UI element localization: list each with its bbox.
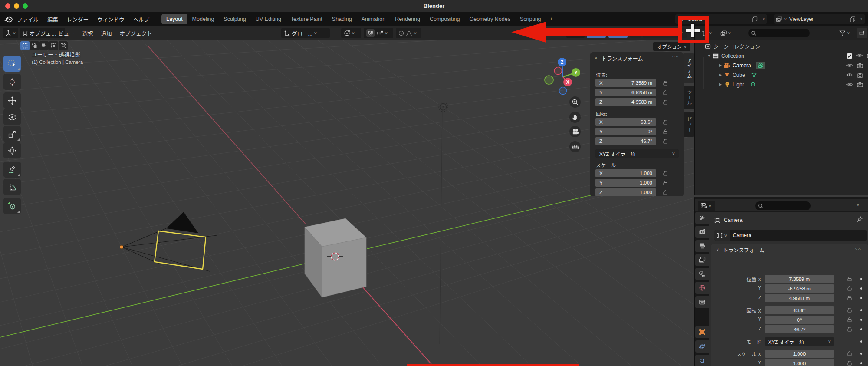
transform-panel-title[interactable]: トランスフォーム: [723, 246, 764, 254]
tool-measure-button[interactable]: [3, 179, 21, 195]
select-mode-invert[interactable]: [49, 41, 58, 50]
viewport-menu-3[interactable]: オブジェクト: [116, 29, 156, 37]
zoom-view-button[interactable]: [569, 96, 581, 108]
rotation-mode-dropdown[interactable]: XYZ オイラー角∨: [595, 149, 679, 158]
lock-icon[interactable]: [662, 138, 668, 144]
pivot-point-selector[interactable]: ∨: [341, 28, 361, 38]
panel-title[interactable]: トランスフォーム: [602, 55, 643, 62]
animate-dot-icon[interactable]: [860, 353, 862, 355]
editor-type-button[interactable]: ∨: [3, 28, 18, 38]
snap-controls[interactable]: ∨: [364, 28, 393, 38]
breadcrumb-object[interactable]: Camera: [724, 217, 743, 223]
tool-annotate-button[interactable]: [3, 162, 21, 178]
properties-tab-scene[interactable]: [695, 268, 709, 280]
transform-orientation-selector[interactable]: グロー... ∨: [281, 28, 330, 38]
viewlayer-name[interactable]: ViewLayer: [787, 16, 848, 22]
menu-4[interactable]: ヘルプ: [129, 15, 154, 25]
lock-icon[interactable]: [846, 295, 852, 301]
disclosure-icon[interactable]: ▶: [718, 82, 723, 86]
properties-tab-constraints[interactable]: [695, 355, 709, 366]
disclosure-icon[interactable]: ▼: [707, 54, 712, 58]
panel-grip-icon[interactable]: ⁙⁙: [854, 247, 861, 251]
animate-dot-icon[interactable]: [860, 340, 862, 343]
workspace-tab-compositing[interactable]: Compositing: [425, 14, 464, 24]
snap-toggle[interactable]: [366, 29, 375, 37]
properties-tab-object[interactable]: [695, 326, 709, 338]
lock-icon[interactable]: [662, 99, 668, 105]
menu-2[interactable]: レンダー: [62, 15, 93, 25]
camera-data-icon[interactable]: [756, 62, 765, 69]
workspace-tab-animation[interactable]: Animation: [357, 14, 391, 24]
new-collection-button[interactable]: [857, 28, 867, 38]
select-mode-extend[interactable]: [30, 41, 39, 50]
prop-value-field[interactable]: 1.000: [765, 350, 834, 358]
sidebar-scale-z[interactable]: Z1.000: [595, 188, 656, 196]
animate-dot-icon[interactable]: [860, 362, 862, 364]
light-data-icon[interactable]: [748, 81, 758, 89]
tool-rotate-button[interactable]: [3, 109, 21, 125]
lock-icon[interactable]: [846, 307, 852, 313]
prop-value-field[interactable]: 0°: [765, 316, 834, 324]
toggle-ortho-button[interactable]: [569, 141, 581, 152]
tool-scale-button[interactable]: [3, 126, 21, 142]
lock-icon[interactable]: [846, 285, 852, 291]
panel-grip-icon[interactable]: ⁙⁙: [672, 55, 679, 59]
disclosure-icon[interactable]: ▶: [718, 63, 723, 67]
prop-value-field[interactable]: -6.9258 m: [765, 284, 834, 293]
animate-dot-icon[interactable]: [860, 297, 862, 299]
lock-icon[interactable]: [846, 360, 852, 366]
navigation-gizmo[interactable]: Z Y X: [540, 53, 588, 101]
lock-icon[interactable]: [662, 180, 668, 186]
select-mode-intersect[interactable]: [59, 41, 68, 50]
properties-options-icon[interactable]: ∨: [856, 203, 860, 207]
zoom-window-button[interactable]: [23, 3, 28, 9]
select-mode-subtract[interactable]: [39, 41, 49, 50]
tool-transform-button[interactable]: [3, 142, 21, 158]
mesh-data-icon[interactable]: [750, 71, 759, 79]
animate-dot-icon[interactable]: [860, 319, 862, 321]
pin-icon[interactable]: [857, 216, 863, 222]
animate-dot-icon[interactable]: [860, 278, 862, 280]
sidebar-rotation-x[interactable]: X63.6°: [595, 118, 656, 126]
disclosure-icon[interactable]: ▶: [718, 73, 723, 77]
workspace-tab-layout[interactable]: Layout: [161, 14, 187, 24]
lock-icon[interactable]: [662, 189, 668, 195]
lock-icon[interactable]: [662, 170, 668, 176]
sidebar-tab-tool[interactable]: ツール: [684, 86, 694, 109]
outliner-row-collection[interactable]: ▼Collection: [695, 51, 868, 60]
hide-viewport-icon[interactable]: [846, 73, 853, 78]
lock-icon[interactable]: [846, 317, 852, 323]
blender-logo-icon[interactable]: [4, 16, 13, 23]
lock-icon[interactable]: [846, 326, 852, 332]
lock-icon[interactable]: [662, 89, 668, 96]
disable-render-icon[interactable]: [857, 82, 863, 87]
object-name-field[interactable]: ∨ Camera: [714, 230, 867, 241]
select-mode-new[interactable]: [20, 41, 30, 50]
lock-icon[interactable]: [846, 350, 852, 356]
menu-1[interactable]: 編集: [43, 15, 62, 25]
new-viewlayer-icon[interactable]: [848, 16, 858, 22]
delete-scene-icon[interactable]: ×: [760, 16, 767, 22]
workspace-tab-sculpting[interactable]: Sculpting: [219, 14, 250, 24]
rotation-mode-dropdown[interactable]: XYZ オイラー角∨: [765, 337, 834, 346]
delete-viewlayer-icon[interactable]: ×: [858, 16, 865, 22]
viewlayer-selector[interactable]: ∨ ViewLayer ×: [774, 14, 865, 24]
properties-tab-view-layer[interactable]: [695, 254, 709, 266]
properties-tab-collection[interactable]: [695, 296, 709, 308]
outliner-search-input[interactable]: [748, 29, 810, 37]
viewport-3d[interactable]: ユーザー・透視投影 (1) Collection | Camera Z Y X: [0, 40, 694, 366]
close-window-button[interactable]: [5, 3, 10, 9]
prop-value-field[interactable]: 1.000: [765, 359, 834, 366]
viewport-menu-1[interactable]: 選択: [79, 29, 97, 37]
prop-value-field[interactable]: 7.3589 m: [765, 275, 834, 283]
object-type-icon[interactable]: ∨: [714, 230, 730, 241]
outliner-filter-button[interactable]: ∨: [837, 28, 856, 38]
prop-value-field[interactable]: 4.9583 m: [765, 294, 834, 302]
workspace-tab-modeling[interactable]: Modeling: [187, 14, 219, 24]
panel-collapse-icon[interactable]: ∨: [595, 56, 598, 60]
proportional-edit-controls[interactable]: ∨: [396, 28, 421, 38]
camera-view-button[interactable]: [569, 126, 581, 137]
lock-icon[interactable]: [846, 276, 852, 282]
hide-viewport-icon[interactable]: [846, 63, 853, 68]
collection-checkbox[interactable]: [846, 53, 852, 59]
